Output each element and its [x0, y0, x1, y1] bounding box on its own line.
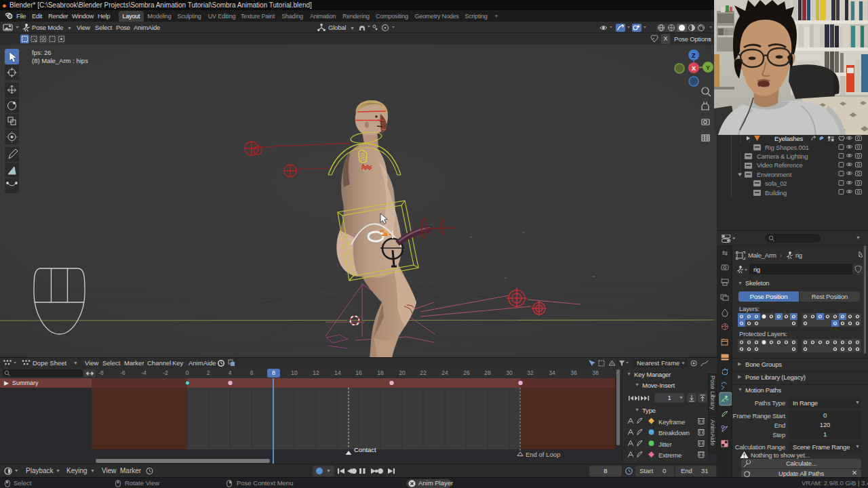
svg-text:X: X	[692, 65, 696, 72]
svg-text:fps: 26: fps: 26	[32, 49, 52, 56]
svg-text:Y: Y	[706, 64, 710, 71]
svg-text:Z: Z	[692, 52, 696, 59]
svg-text:Nearest Frame: Nearest Frame	[637, 359, 679, 367]
svg-text:(8) Male_Arm : hips: (8) Male_Arm : hips	[32, 57, 88, 64]
